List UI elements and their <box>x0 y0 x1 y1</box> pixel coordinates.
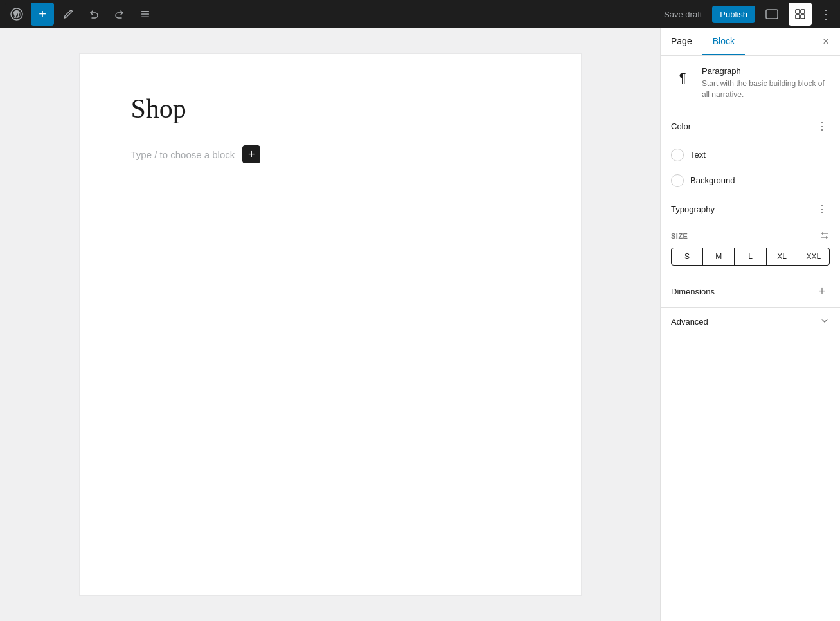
color-section-header[interactable]: Color ⋮ <box>661 111 840 142</box>
save-draft-button[interactable]: Save draft <box>659 6 707 23</box>
settings-button[interactable] <box>789 3 812 26</box>
more-options-button[interactable]: ⋮ <box>817 4 835 24</box>
advanced-section-title: Advanced <box>671 317 708 327</box>
sidebar: Page Block × ¶ Paragraph Start with the … <box>660 28 840 621</box>
svg-rect-6 <box>801 10 805 14</box>
block-description: Start with the basic building block of a… <box>702 78 830 100</box>
sidebar-close-button[interactable]: × <box>817 33 835 51</box>
publish-button[interactable]: Publish <box>712 6 755 23</box>
typography-more-button[interactable]: ⋮ <box>814 202 830 217</box>
page-title[interactable]: Shop <box>131 93 530 125</box>
editor-canvas[interactable]: Shop Type / to choose a block + <box>0 28 660 621</box>
advanced-chevron-icon <box>819 316 830 328</box>
color-section: Color ⋮ Text Background <box>661 111 840 194</box>
block-name: Paragraph <box>702 66 830 76</box>
dimensions-add-button[interactable]: + <box>814 284 830 300</box>
block-info: ¶ Paragraph Start with the basic buildin… <box>661 56 840 111</box>
svg-rect-8 <box>801 15 805 19</box>
dimensions-section: Dimensions + <box>661 276 840 308</box>
view-mode-button[interactable] <box>760 3 783 26</box>
wordpress-logo <box>5 3 28 26</box>
size-xl-button[interactable]: XL <box>767 248 798 265</box>
size-m-button[interactable]: M <box>703 248 735 265</box>
size-label-text: SIZE <box>671 232 688 240</box>
block-info-text: Paragraph Start with the basic building … <box>702 66 830 100</box>
size-label-row: SIZE <box>671 230 830 242</box>
size-controls-icon[interactable] <box>819 230 830 242</box>
undo-button[interactable] <box>82 3 105 26</box>
toolbar-right: Save draft Publish ⋮ <box>659 3 835 26</box>
block-placeholder[interactable]: Type / to choose a block + <box>131 145 530 163</box>
add-block-inline-button[interactable]: + <box>242 145 260 163</box>
size-l-button[interactable]: L <box>735 248 766 265</box>
color-section-title: Color <box>671 122 691 131</box>
dimensions-header[interactable]: Dimensions + <box>661 276 840 307</box>
advanced-section: Advanced <box>661 308 840 336</box>
size-buttons: S M L XL XXL <box>671 248 830 266</box>
svg-rect-7 <box>796 15 800 19</box>
redo-button[interactable] <box>108 3 131 26</box>
dimensions-section-title: Dimensions <box>671 287 715 296</box>
main-area: Shop Type / to choose a block + Page Blo… <box>0 28 840 621</box>
svg-rect-5 <box>796 10 800 14</box>
size-xxl-button[interactable]: XXL <box>798 248 829 265</box>
color-text-swatch <box>671 148 684 161</box>
placeholder-text: Type / to choose a block <box>131 149 235 160</box>
typography-section-title: Typography <box>671 204 715 214</box>
toolbar-left: + <box>5 3 157 26</box>
toolbar: + Save draft <box>0 0 840 28</box>
svg-rect-1 <box>141 11 149 12</box>
color-text-label: Text <box>690 150 706 159</box>
tab-page[interactable]: Page <box>661 28 702 55</box>
typography-section-actions: ⋮ <box>814 202 830 217</box>
svg-rect-2 <box>141 14 149 15</box>
list-view-button[interactable] <box>134 3 157 26</box>
typography-section: Typography ⋮ SIZE <box>661 194 840 276</box>
color-more-button[interactable]: ⋮ <box>814 119 830 134</box>
tab-block[interactable]: Block <box>702 28 745 55</box>
add-block-button[interactable]: + <box>31 3 54 26</box>
color-text-option[interactable]: Text <box>661 142 840 168</box>
advanced-header[interactable]: Advanced <box>661 308 840 336</box>
paragraph-icon: ¶ <box>671 66 694 89</box>
svg-rect-3 <box>141 17 149 18</box>
color-background-label: Background <box>690 176 735 185</box>
size-s-button[interactable]: S <box>672 248 703 265</box>
svg-rect-4 <box>766 10 778 19</box>
edit-mode-button[interactable] <box>57 3 80 26</box>
editor-content: Shop Type / to choose a block + <box>80 54 581 595</box>
typography-content: SIZE S M L XL XXL <box>661 225 840 276</box>
typography-section-header[interactable]: Typography ⋮ <box>661 194 840 225</box>
color-section-actions: ⋮ <box>814 119 830 134</box>
color-background-swatch <box>671 174 684 187</box>
sidebar-header: Page Block × <box>661 28 840 56</box>
color-background-option[interactable]: Background <box>661 168 840 194</box>
